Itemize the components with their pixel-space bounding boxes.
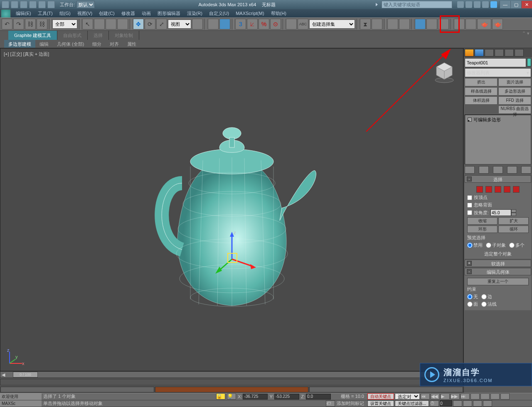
ring-button[interactable]: 环形 (467, 226, 498, 233)
menu-edit[interactable]: 编辑(E) (12, 10, 34, 17)
snap-toggle-icon[interactable]: 3 (235, 19, 246, 29)
rollout-softsel-header[interactable]: +软选择 (465, 260, 531, 267)
close-button[interactable]: ✕ (521, 1, 532, 8)
polygon-level-icon[interactable] (504, 186, 510, 193)
key-filter-select[interactable]: 选定对 (395, 393, 420, 400)
select-name-icon[interactable] (94, 19, 105, 29)
minimize-button[interactable]: — (500, 1, 510, 8)
mod-extrude-button[interactable]: 挤出 (465, 78, 498, 86)
key-icon[interactable] (466, 1, 472, 8)
border-level-icon[interactable] (495, 186, 501, 193)
keyfilter-button[interactable]: 关键点过滤器... (395, 400, 429, 407)
select-icon[interactable]: ↖ (82, 19, 93, 29)
angle-snap-icon[interactable]: ⟀ (247, 19, 258, 29)
preview-subobj-radio[interactable] (486, 243, 491, 248)
constraint-edge-radio[interactable] (481, 294, 487, 299)
qat-redo-icon[interactable] (38, 1, 46, 8)
menu-help[interactable]: 帮助(H) (268, 10, 290, 17)
rendered-frame-icon[interactable] (466, 19, 476, 29)
curve-editor-icon[interactable] (415, 19, 426, 29)
edge-level-icon[interactable] (485, 186, 492, 193)
constraint-normal-radio[interactable] (481, 302, 487, 307)
viewport[interactable]: [+] [正交] [真实 + 边面] (0, 48, 463, 371)
repeat-last-button[interactable]: 重复上一个 (467, 278, 529, 285)
star-icon[interactable] (482, 1, 489, 8)
hierarchy-tab-icon[interactable] (485, 49, 494, 56)
menu-render[interactable]: 渲染(R) (184, 10, 206, 17)
ribbon-minimize-icon[interactable]: ⌃ ▾ (520, 31, 532, 40)
menu-create[interactable]: 创建(C) (96, 10, 118, 17)
viewport-label[interactable]: [+] [正交] [真实 + 边面] (4, 51, 49, 57)
tab-graphite[interactable]: Graphite 建模工具 (8, 31, 57, 40)
rollout-editgeom-header[interactable]: -编辑几何体 (465, 268, 531, 275)
graphite-icon[interactable] (399, 19, 410, 29)
rollout-selection-header[interactable]: -选择 (465, 175, 531, 183)
menu-tools[interactable]: 工具(T) (34, 10, 56, 17)
mod-nurbssel-button[interactable]: NURBS 曲面选择 (498, 105, 531, 114)
goto-start-icon[interactable]: ⏮ (421, 393, 430, 400)
menu-views[interactable]: 视图(V) (74, 10, 96, 17)
align-icon[interactable] (372, 19, 382, 29)
viewcube-icon[interactable] (434, 61, 455, 83)
abc-icon[interactable]: ABC (298, 19, 308, 29)
nav-zoom-icon[interactable] (470, 393, 480, 400)
nav-zoomext-icon[interactable] (490, 393, 500, 400)
tab-freeform[interactable]: 自由形式 (57, 31, 88, 40)
utilities-tab-icon[interactable] (515, 49, 524, 56)
mod-volsel-button[interactable]: 体积选择 (465, 96, 498, 105)
nav-orbit-icon[interactable] (463, 400, 472, 407)
mini-vp-1[interactable] (0, 387, 154, 392)
panel-align[interactable]: 对齐 (106, 40, 123, 48)
qat-save-icon[interactable] (20, 1, 27, 8)
coord-y-input[interactable] (274, 394, 299, 400)
edit-named-sel-icon[interactable] (286, 19, 297, 29)
teapot-mesh[interactable] (136, 108, 328, 324)
remove-mod-icon[interactable] (507, 166, 517, 174)
panel-polymodeling[interactable]: 多边形建模 (4, 40, 35, 48)
tab-object-paint[interactable]: 对象绘制 (109, 31, 139, 40)
search-input[interactable]: 键入关键字或短语 (382, 1, 452, 8)
prev-key-icon[interactable]: ◀◀ (431, 393, 440, 400)
create-tab-icon[interactable] (465, 49, 474, 56)
shrink-button[interactable]: 收缩 (467, 217, 498, 225)
help-icon[interactable] (490, 1, 497, 8)
nav-maximize-icon[interactable] (473, 400, 482, 407)
play-icon[interactable]: ▶ (441, 393, 450, 400)
isolate-icon[interactable]: 💡 (227, 393, 236, 400)
menu-animation[interactable]: 动画 (138, 10, 154, 17)
mod-patchsel-button[interactable]: 面片选择 (498, 78, 531, 86)
goto-end-icon[interactable]: ⏭ (461, 393, 470, 400)
ignore-backfacing-checkbox[interactable] (467, 203, 472, 208)
maximize-button[interactable]: ▢ (510, 1, 521, 8)
pivot-icon[interactable] (192, 19, 203, 29)
link-icon[interactable]: ⛓ (25, 19, 36, 29)
schematic-view-icon[interactable] (426, 19, 437, 29)
panel-edit[interactable]: 编辑 (35, 40, 53, 48)
stack-expand-icon[interactable]: ▪ (468, 118, 472, 122)
window-crossing-icon[interactable] (117, 19, 128, 29)
menu-modifiers[interactable]: 修改器 (118, 10, 138, 17)
render-setup-icon[interactable] (454, 19, 465, 29)
spinner-snap-icon[interactable]: ⊙ (270, 19, 281, 29)
percent-snap-icon[interactable]: % (259, 19, 269, 29)
modifier-stack[interactable]: ▪ 可编辑多边形 (465, 115, 531, 164)
menu-maxscript[interactable]: MAXScript(M) (232, 11, 267, 16)
qat-link-icon[interactable] (47, 1, 55, 8)
constraint-none-radio[interactable] (467, 294, 473, 299)
current-frame-input[interactable] (440, 400, 452, 406)
material-editor-icon[interactable] (438, 19, 449, 29)
lock-icon[interactable]: 🔒 (216, 393, 225, 400)
motion-tab-icon[interactable] (495, 49, 504, 56)
configure-sets-icon[interactable] (521, 166, 531, 174)
panel-geometry[interactable]: 几何体 (全部) (53, 40, 88, 48)
element-level-icon[interactable] (513, 186, 520, 193)
menu-graph[interactable]: 图形编辑器 (154, 10, 184, 17)
menu-customize[interactable]: 自定义(U) (206, 10, 232, 17)
nav-zoomall-icon[interactable] (480, 393, 490, 400)
qat-new-icon[interactable] (2, 1, 9, 8)
nav-pan-icon[interactable] (453, 400, 462, 407)
preview-disable-radio[interactable] (467, 243, 473, 248)
by-vertex-checkbox[interactable] (467, 195, 472, 200)
redo-icon[interactable]: ↷ (13, 19, 24, 29)
setkey-button[interactable]: 设置关键点 (367, 400, 394, 407)
